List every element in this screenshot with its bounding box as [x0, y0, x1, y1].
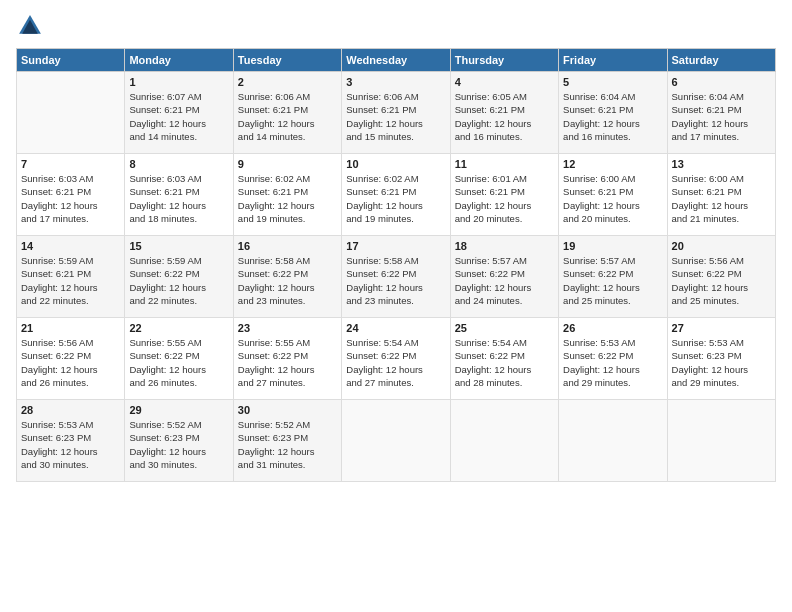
calendar-cell: 29Sunrise: 5:52 AM Sunset: 6:23 PM Dayli…: [125, 400, 233, 482]
day-info: Sunrise: 6:07 AM Sunset: 6:21 PM Dayligh…: [129, 90, 228, 143]
calendar-cell: [450, 400, 558, 482]
calendar-cell: 28Sunrise: 5:53 AM Sunset: 6:23 PM Dayli…: [17, 400, 125, 482]
week-row-2: 14Sunrise: 5:59 AM Sunset: 6:21 PM Dayli…: [17, 236, 776, 318]
day-info: Sunrise: 5:53 AM Sunset: 6:23 PM Dayligh…: [21, 418, 120, 471]
day-number: 25: [455, 322, 554, 334]
day-number: 14: [21, 240, 120, 252]
day-info: Sunrise: 5:58 AM Sunset: 6:22 PM Dayligh…: [238, 254, 337, 307]
day-info: Sunrise: 5:52 AM Sunset: 6:23 PM Dayligh…: [238, 418, 337, 471]
calendar-cell: 20Sunrise: 5:56 AM Sunset: 6:22 PM Dayli…: [667, 236, 775, 318]
day-number: 1: [129, 76, 228, 88]
day-info: Sunrise: 5:53 AM Sunset: 6:22 PM Dayligh…: [563, 336, 662, 389]
calendar-cell: 22Sunrise: 5:55 AM Sunset: 6:22 PM Dayli…: [125, 318, 233, 400]
week-row-3: 21Sunrise: 5:56 AM Sunset: 6:22 PM Dayli…: [17, 318, 776, 400]
calendar-cell: 13Sunrise: 6:00 AM Sunset: 6:21 PM Dayli…: [667, 154, 775, 236]
calendar-cell: [17, 72, 125, 154]
calendar-cell: 27Sunrise: 5:53 AM Sunset: 6:23 PM Dayli…: [667, 318, 775, 400]
day-info: Sunrise: 6:05 AM Sunset: 6:21 PM Dayligh…: [455, 90, 554, 143]
logo: [16, 12, 48, 40]
day-number: 3: [346, 76, 445, 88]
day-info: Sunrise: 6:02 AM Sunset: 6:21 PM Dayligh…: [346, 172, 445, 225]
day-number: 16: [238, 240, 337, 252]
calendar-cell: 18Sunrise: 5:57 AM Sunset: 6:22 PM Dayli…: [450, 236, 558, 318]
col-header-tuesday: Tuesday: [233, 49, 341, 72]
col-header-thursday: Thursday: [450, 49, 558, 72]
day-number: 19: [563, 240, 662, 252]
day-number: 28: [21, 404, 120, 416]
col-header-monday: Monday: [125, 49, 233, 72]
day-number: 15: [129, 240, 228, 252]
day-info: Sunrise: 5:54 AM Sunset: 6:22 PM Dayligh…: [346, 336, 445, 389]
calendar-cell: 21Sunrise: 5:56 AM Sunset: 6:22 PM Dayli…: [17, 318, 125, 400]
day-number: 11: [455, 158, 554, 170]
week-row-4: 28Sunrise: 5:53 AM Sunset: 6:23 PM Dayli…: [17, 400, 776, 482]
calendar-cell: 9Sunrise: 6:02 AM Sunset: 6:21 PM Daylig…: [233, 154, 341, 236]
day-info: Sunrise: 6:04 AM Sunset: 6:21 PM Dayligh…: [672, 90, 771, 143]
calendar-cell: [342, 400, 450, 482]
calendar-cell: 23Sunrise: 5:55 AM Sunset: 6:22 PM Dayli…: [233, 318, 341, 400]
day-number: 8: [129, 158, 228, 170]
day-number: 26: [563, 322, 662, 334]
day-number: 18: [455, 240, 554, 252]
day-number: 12: [563, 158, 662, 170]
day-number: 20: [672, 240, 771, 252]
calendar-cell: 15Sunrise: 5:59 AM Sunset: 6:22 PM Dayli…: [125, 236, 233, 318]
day-number: 17: [346, 240, 445, 252]
calendar-cell: 10Sunrise: 6:02 AM Sunset: 6:21 PM Dayli…: [342, 154, 450, 236]
col-header-saturday: Saturday: [667, 49, 775, 72]
day-number: 13: [672, 158, 771, 170]
col-header-wednesday: Wednesday: [342, 49, 450, 72]
day-number: 7: [21, 158, 120, 170]
day-info: Sunrise: 5:57 AM Sunset: 6:22 PM Dayligh…: [455, 254, 554, 307]
calendar-cell: 3Sunrise: 6:06 AM Sunset: 6:21 PM Daylig…: [342, 72, 450, 154]
day-number: 23: [238, 322, 337, 334]
calendar-cell: 17Sunrise: 5:58 AM Sunset: 6:22 PM Dayli…: [342, 236, 450, 318]
day-info: Sunrise: 6:03 AM Sunset: 6:21 PM Dayligh…: [129, 172, 228, 225]
calendar-cell: 4Sunrise: 6:05 AM Sunset: 6:21 PM Daylig…: [450, 72, 558, 154]
day-info: Sunrise: 6:01 AM Sunset: 6:21 PM Dayligh…: [455, 172, 554, 225]
day-number: 30: [238, 404, 337, 416]
calendar-cell: 6Sunrise: 6:04 AM Sunset: 6:21 PM Daylig…: [667, 72, 775, 154]
calendar-cell: 1Sunrise: 6:07 AM Sunset: 6:21 PM Daylig…: [125, 72, 233, 154]
header-row: SundayMondayTuesdayWednesdayThursdayFrid…: [17, 49, 776, 72]
day-info: Sunrise: 5:53 AM Sunset: 6:23 PM Dayligh…: [672, 336, 771, 389]
day-info: Sunrise: 6:03 AM Sunset: 6:21 PM Dayligh…: [21, 172, 120, 225]
day-number: 5: [563, 76, 662, 88]
calendar-cell: 19Sunrise: 5:57 AM Sunset: 6:22 PM Dayli…: [559, 236, 667, 318]
day-info: Sunrise: 6:00 AM Sunset: 6:21 PM Dayligh…: [672, 172, 771, 225]
day-info: Sunrise: 5:59 AM Sunset: 6:22 PM Dayligh…: [129, 254, 228, 307]
day-info: Sunrise: 5:55 AM Sunset: 6:22 PM Dayligh…: [238, 336, 337, 389]
col-header-friday: Friday: [559, 49, 667, 72]
calendar-cell: 14Sunrise: 5:59 AM Sunset: 6:21 PM Dayli…: [17, 236, 125, 318]
day-info: Sunrise: 6:00 AM Sunset: 6:21 PM Dayligh…: [563, 172, 662, 225]
week-row-1: 7Sunrise: 6:03 AM Sunset: 6:21 PM Daylig…: [17, 154, 776, 236]
calendar-cell: 2Sunrise: 6:06 AM Sunset: 6:21 PM Daylig…: [233, 72, 341, 154]
day-number: 21: [21, 322, 120, 334]
calendar-cell: 26Sunrise: 5:53 AM Sunset: 6:22 PM Dayli…: [559, 318, 667, 400]
calendar-cell: 25Sunrise: 5:54 AM Sunset: 6:22 PM Dayli…: [450, 318, 558, 400]
day-info: Sunrise: 5:54 AM Sunset: 6:22 PM Dayligh…: [455, 336, 554, 389]
calendar-cell: 24Sunrise: 5:54 AM Sunset: 6:22 PM Dayli…: [342, 318, 450, 400]
day-number: 29: [129, 404, 228, 416]
day-info: Sunrise: 6:06 AM Sunset: 6:21 PM Dayligh…: [238, 90, 337, 143]
calendar-cell: 11Sunrise: 6:01 AM Sunset: 6:21 PM Dayli…: [450, 154, 558, 236]
day-number: 10: [346, 158, 445, 170]
logo-icon: [16, 12, 44, 40]
day-number: 22: [129, 322, 228, 334]
day-number: 9: [238, 158, 337, 170]
day-number: 24: [346, 322, 445, 334]
calendar-cell: 30Sunrise: 5:52 AM Sunset: 6:23 PM Dayli…: [233, 400, 341, 482]
day-info: Sunrise: 5:52 AM Sunset: 6:23 PM Dayligh…: [129, 418, 228, 471]
calendar-cell: 16Sunrise: 5:58 AM Sunset: 6:22 PM Dayli…: [233, 236, 341, 318]
calendar-cell: 7Sunrise: 6:03 AM Sunset: 6:21 PM Daylig…: [17, 154, 125, 236]
calendar-table: SundayMondayTuesdayWednesdayThursdayFrid…: [16, 48, 776, 482]
calendar-cell: [559, 400, 667, 482]
day-number: 4: [455, 76, 554, 88]
calendar-cell: 8Sunrise: 6:03 AM Sunset: 6:21 PM Daylig…: [125, 154, 233, 236]
day-info: Sunrise: 5:59 AM Sunset: 6:21 PM Dayligh…: [21, 254, 120, 307]
day-info: Sunrise: 6:02 AM Sunset: 6:21 PM Dayligh…: [238, 172, 337, 225]
calendar-cell: 12Sunrise: 6:00 AM Sunset: 6:21 PM Dayli…: [559, 154, 667, 236]
day-info: Sunrise: 5:56 AM Sunset: 6:22 PM Dayligh…: [672, 254, 771, 307]
day-info: Sunrise: 5:55 AM Sunset: 6:22 PM Dayligh…: [129, 336, 228, 389]
day-info: Sunrise: 5:56 AM Sunset: 6:22 PM Dayligh…: [21, 336, 120, 389]
